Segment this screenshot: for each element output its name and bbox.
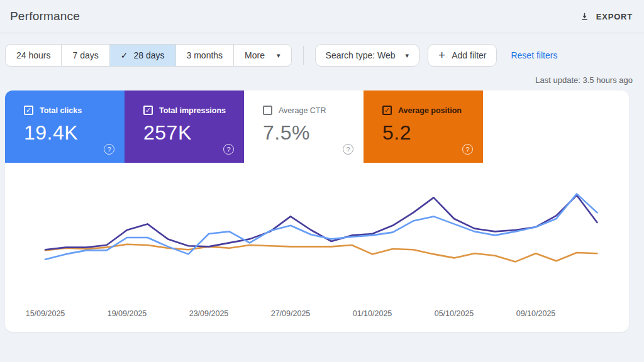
x-axis-tick-label: 15/09/2025 [26,309,65,318]
help-icon[interactable]: ? [104,144,114,155]
date-range-more-dropdown[interactable]: More ▾ [234,45,291,66]
performance-chart-svg[interactable]: 15/09/202519/09/202523/09/202527/09/2025… [5,163,629,332]
date-range-segmented-control: 24 hours 7 days ✓ 28 days 3 months More … [5,44,292,67]
check-glyph: ✓ [26,107,31,114]
metric-label: Average CTR [279,106,326,115]
plus-icon: + [438,48,445,62]
x-axis-tick-label: 01/10/2025 [353,309,392,318]
add-filter-label: Add filter [452,50,486,60]
series-line-total-impressions [45,195,597,250]
x-axis-tick-label: 19/09/2025 [108,309,147,318]
checkbox-checked-icon[interactable]: ✓ [382,106,392,115]
search-type-label: Search type: Web [326,50,396,60]
series-line-total-clicks [45,194,597,259]
help-icon[interactable]: ? [343,144,353,155]
metric-value: 5.2 [382,121,483,145]
segment-label: More [245,50,265,60]
metric-value: 7.5% [263,121,364,145]
date-range-28-days-selected[interactable]: ✓ 28 days [110,45,176,66]
checkbox-checked-icon[interactable]: ✓ [143,106,153,115]
help-icon[interactable]: ? [223,144,234,155]
metric-tiles: ✓ Total clicks 19.4K ? ✓ Total impressio… [5,90,629,163]
check-glyph: ✓ [145,107,151,114]
page-header: Performance EXPORT [0,0,644,33]
help-icon[interactable]: ? [462,144,473,155]
date-range-7-days[interactable]: 7 days [62,45,109,66]
metric-label: Total clicks [40,106,82,115]
x-axis-tick-label: 27/09/2025 [271,309,311,318]
segment-label: 24 hours [16,50,50,60]
page-title: Performance [10,9,80,23]
segment-label: 3 months [187,50,223,60]
export-button[interactable]: EXPORT [579,11,633,22]
download-icon [579,11,590,22]
tile-head: ✓ Total impressions [143,106,244,115]
metric-tile-average-ctr[interactable]: Average CTR 7.5% ? [244,90,364,163]
add-filter-button[interactable]: + Add filter [428,44,497,67]
metric-tile-total-impressions[interactable]: ✓ Total impressions 257K ? [125,90,244,163]
segment-label: 7 days [72,50,98,60]
metric-tile-total-clicks[interactable]: ✓ Total clicks 19.4K ? [5,90,125,163]
x-axis-tick-label: 23/09/2025 [189,309,229,318]
segment-label: 28 days [133,50,164,60]
search-console-performance-page: Performance EXPORT 24 hours 7 days ✓ 28 … [0,0,644,362]
filter-bar: 24 hours 7 days ✓ 28 days 3 months More … [5,44,634,67]
export-label: EXPORT [596,12,633,21]
chevron-down-icon: ▾ [406,52,409,60]
metric-label: Total impressions [159,106,226,115]
metric-label: Average position [398,106,462,115]
checkbox-unchecked-icon[interactable] [263,106,272,115]
reset-filters-link[interactable]: Reset filters [511,50,557,60]
series-line-average-position [45,244,597,262]
tile-head: Average CTR [263,106,364,115]
tile-head: ✓ Average position [382,106,483,115]
metric-tile-average-position[interactable]: ✓ Average position 5.2 ? [364,90,483,163]
metric-value: 257K [143,121,244,145]
x-axis-tick-label: 09/10/2025 [516,309,556,318]
search-type-dropdown[interactable]: Search type: Web ▾ [315,44,420,67]
check-icon: ✓ [121,50,128,60]
chevron-down-icon: ▾ [277,52,280,60]
metric-value: 19.4K [24,121,125,145]
vertical-divider [303,46,304,65]
performance-report-card: ✓ Total clicks 19.4K ? ✓ Total impressio… [5,90,629,332]
tile-head: ✓ Total clicks [24,106,125,115]
performance-chart[interactable]: 15/09/202519/09/202523/09/202527/09/2025… [5,163,629,332]
x-axis-tick-label: 05/10/2025 [435,309,474,318]
check-glyph: ✓ [384,107,390,114]
date-range-24-hours[interactable]: 24 hours [6,45,62,66]
date-range-3-months[interactable]: 3 months [176,45,235,66]
checkbox-checked-icon[interactable]: ✓ [24,106,33,115]
last-update-text: Last update: 3.5 hours ago [0,75,633,85]
